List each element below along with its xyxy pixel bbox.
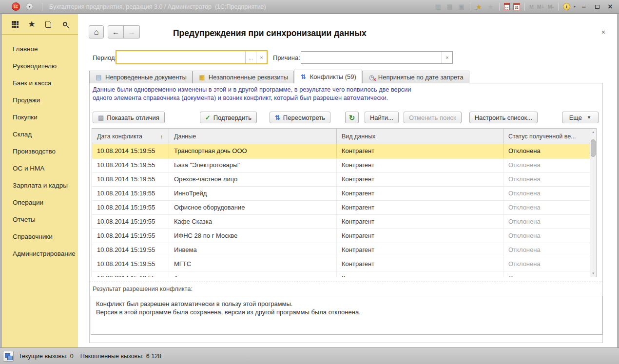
sidebar-item[interactable]: Производство <box>2 143 78 160</box>
sections-menu-icon[interactable] <box>11 20 19 29</box>
sidebar-item[interactable]: Операции <box>2 194 78 211</box>
sidebar-item[interactable]: Зарплата и кадры <box>2 177 78 194</box>
table-row[interactable]: 10.08.2014 15:19:55 Орехов-частное лицо … <box>92 172 590 187</box>
chevron-down-icon[interactable]: ▾ <box>574 4 576 9</box>
scrollbar-thumb[interactable] <box>591 139 596 157</box>
minimize-button[interactable]: – <box>579 2 589 11</box>
forward-button[interactable]: → <box>124 25 140 38</box>
main-area: ← → Предупреждения при синхронизации дан… <box>78 14 617 347</box>
print-preview-icon[interactable] <box>457 2 465 11</box>
cell-status: Отклонена <box>503 187 590 200</box>
cell-kind: Контрагент <box>337 243 503 257</box>
review-button[interactable]: ⇅Пересмотреть <box>270 112 330 123</box>
tab-label: Незаполненные реквизиты <box>209 74 288 81</box>
result-text-box: Конфликт был разрешен автоматически в по… <box>91 296 602 335</box>
sidebar-item[interactable]: Продажи <box>2 92 78 109</box>
table-row[interactable]: 10.08.2014 15:19:55 База "Электротовары"… <box>92 158 590 172</box>
titlebar-separator <box>524 3 525 11</box>
splitter[interactable] <box>89 282 603 282</box>
check-icon: ✓ <box>205 115 211 121</box>
vertical-scrollbar[interactable]: ▴ ▾ <box>590 129 596 277</box>
sidebar-item[interactable]: Отчеты <box>2 211 78 228</box>
favorites-star-icon[interactable] <box>27 20 36 29</box>
table-row[interactable]: 10.08.2014 15:19:55 МГТС Контрагент Откл… <box>92 257 590 271</box>
cell-status: Отклонена <box>503 271 590 277</box>
memory-mminus-button[interactable]: M- <box>548 4 554 10</box>
column-header-date[interactable]: Дата конфликта↑ <box>92 129 169 144</box>
reason-field-wrap: × <box>301 51 453 64</box>
home-button[interactable] <box>89 25 104 38</box>
column-header-kind[interactable]: Вид данных <box>337 129 503 144</box>
table-row[interactable]: 10.08.2014 15:19:55 ИФНС 28 по г Москве … <box>92 229 590 243</box>
configure-list-button[interactable]: Настроить список... <box>469 112 538 123</box>
diff-icon: ▤ <box>98 115 104 121</box>
table-row[interactable]: 10.08.2014 15:19:55 ИнноТрейд Контрагент… <box>92 187 590 201</box>
print-icon[interactable] <box>445 2 454 11</box>
titlebar-actions: 31 M M+ M- i ▾ – × <box>434 2 619 11</box>
find-button[interactable]: Найти... <box>365 112 399 123</box>
sidebar-item[interactable]: Покупки <box>2 109 78 126</box>
favorites-icon[interactable] <box>486 2 495 11</box>
back-button[interactable]: ← <box>108 25 124 38</box>
sidebar-item[interactable]: Руководителю <box>2 57 78 75</box>
refresh-button[interactable]: ↻ <box>345 112 359 123</box>
column-header-data[interactable]: Данные <box>169 129 337 144</box>
add-favorite-icon[interactable] <box>475 2 483 11</box>
conflict-info-text: Данные были одновременно изменены в этой… <box>93 85 411 102</box>
client-server-calls-icon[interactable] <box>3 351 14 362</box>
sidebar-item[interactable]: Склад <box>2 126 78 143</box>
1c-logo-icon: 1С <box>12 2 20 11</box>
more-button[interactable]: Еще▼ <box>562 112 599 123</box>
cancel-search-button[interactable]: Отменить поиск <box>404 112 462 123</box>
tab[interactable]: Непринятые по дате запрета <box>362 71 469 83</box>
memory-m-button[interactable]: M <box>529 4 534 10</box>
window-title: Бухгалтерия предприятия, редакция 3.0 / … <box>49 3 266 10</box>
memory-mplus-button[interactable]: M+ <box>537 4 544 10</box>
tab[interactable]: Незаполненные реквизиты <box>193 71 294 83</box>
reason-input[interactable] <box>301 52 442 63</box>
sidebar-item[interactable]: Справочники <box>2 228 78 245</box>
sidebar-item[interactable]: Главное <box>2 40 78 57</box>
calendar-icon[interactable]: 31 <box>513 3 520 10</box>
table-body: 10.08.2014 15:19:55 Транспортная дочь ОО… <box>92 144 590 277</box>
close-form-icon[interactable]: × <box>601 28 605 36</box>
sidebar-item[interactable]: Банк и касса <box>2 75 78 92</box>
period-clear-icon[interactable]: × <box>256 51 267 63</box>
reason-clear-icon[interactable]: × <box>442 52 452 63</box>
cell-data: Транспортная дочь ООО <box>169 144 337 158</box>
table-row[interactable]: 10.08.2014 15:19:55 А... Контрагент Откл… <box>92 271 590 277</box>
table-row[interactable]: 10.08.2014 15:19:55 Инвема Контрагент От… <box>92 243 590 257</box>
close-window-button[interactable]: × <box>605 2 615 11</box>
tab-label: Непроведенные документы <box>105 74 187 81</box>
cell-data: ИнноТрейд <box>169 187 337 200</box>
cell-status: Отклонена <box>503 243 590 257</box>
table-row[interactable]: 10.08.2014 15:19:55 Офисное оборудование… <box>92 201 590 215</box>
titlebar: 1С Бухгалтерия предприятия, редакция 3.0… <box>0 0 619 14</box>
chevron-down-icon: ▼ <box>587 115 591 120</box>
cell-kind: Контрагент <box>337 158 503 172</box>
save-icon[interactable] <box>434 2 442 11</box>
system-menu-dropdown-icon[interactable] <box>26 3 33 10</box>
tab[interactable]: Конфликты (59) <box>294 70 362 83</box>
history-icon[interactable] <box>44 20 53 29</box>
table-row[interactable]: 10.08.2014 15:19:55 Кафе Сказка Контраге… <box>92 215 590 229</box>
calculator-icon[interactable] <box>504 3 510 10</box>
maximize-button[interactable] <box>592 2 602 11</box>
column-header-status[interactable]: Статус полученной ве... <box>503 129 590 144</box>
reason-label: Причина: <box>273 54 300 61</box>
search-icon[interactable] <box>60 20 69 29</box>
sidebar-item[interactable]: Администрирование <box>2 245 78 262</box>
show-differences-button[interactable]: ▤Показать отличия <box>93 112 165 123</box>
period-input[interactable] <box>116 51 245 63</box>
period-choose-button[interactable]: ... <box>245 51 256 63</box>
tab[interactable]: Непроведенные документы <box>89 71 193 83</box>
scroll-up-icon[interactable]: ▴ <box>590 130 596 134</box>
sidebar-item[interactable]: ОС и НМА <box>2 160 78 177</box>
info-icon[interactable]: i <box>563 3 570 10</box>
confirm-button[interactable]: ✓Подтвердить <box>200 112 257 123</box>
scroll-down-icon[interactable]: ▾ <box>590 271 596 275</box>
cell-data: ИФНС 28 по г Москве <box>169 229 337 243</box>
table-row[interactable]: 10.08.2014 15:19:55 Транспортная дочь ОО… <box>92 144 590 158</box>
tab-icon <box>368 74 375 81</box>
table-header: Дата конфликта↑ Данные Вид данных Статус… <box>92 129 590 144</box>
